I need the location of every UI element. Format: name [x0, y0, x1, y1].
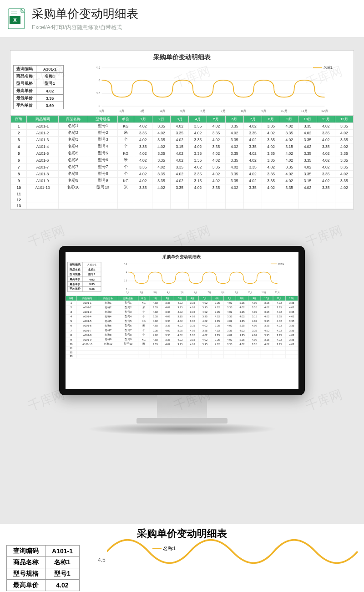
info-value: 3.69 — [36, 102, 64, 109]
chart-legend: 名称1 — [313, 65, 333, 70]
table-header: 4月 — [187, 296, 199, 301]
info-row: 最高单价4.02 — [7, 580, 80, 591]
table-row: 3A101-3名称3型号3个4.023.354.023.354.023.354.… — [66, 310, 298, 314]
table-header: 5月 — [207, 116, 225, 123]
table-row: 6A101-6名称6型号6米4.023.354.023.354.023.354.… — [11, 157, 354, 164]
sheet-title: 采购单价变动明细表 — [10, 51, 354, 62]
info-label: 商品名称 — [7, 557, 46, 568]
price-data-table: 序号商品编码商品名称型号规格单位1月2月3月4月5月6月7月8月9月10月11月… — [66, 296, 298, 358]
info-label: 平均单价 — [67, 286, 83, 291]
info-value: 4.02 — [46, 580, 80, 591]
table-header: 序号 — [11, 116, 27, 123]
table-header: 9月 — [280, 116, 298, 123]
info-value: 型号1 — [46, 568, 80, 580]
table-row: 7A101-7名称7型号7个3.354.023.354.023.354.023.… — [66, 328, 298, 332]
table-header: 7月 — [243, 116, 262, 123]
svg-text:11月: 11月 — [262, 291, 266, 294]
svg-text:4.5: 4.5 — [124, 263, 127, 265]
svg-text:6月: 6月 — [194, 291, 198, 294]
table-header: 12月 — [285, 296, 298, 301]
info-row: 商品名称名称1 — [14, 73, 64, 80]
svg-text:8月: 8月 — [241, 109, 246, 112]
table-row: 12 — [11, 197, 354, 203]
svg-text:3: 3 — [99, 104, 101, 107]
svg-text:1月: 1月 — [126, 291, 130, 294]
svg-text:3月: 3月 — [140, 109, 145, 112]
info-value: 型号1 — [83, 272, 101, 277]
info-value: 4.02 — [36, 87, 64, 95]
table-row: 6A101-6名称6型号6米4.023.354.023.354.023.354.… — [66, 323, 298, 328]
spreadsheet-preview-crop: 采购单价变动明细表 查询编码A101-1商品名称名称1型号规格型号1最高单价4.… — [0, 524, 364, 592]
table-header: 6月 — [211, 296, 223, 301]
svg-text:9月: 9月 — [261, 109, 266, 112]
info-label: 查询编码 — [67, 262, 83, 267]
sheet-title: 采购单价变动明细表 — [66, 252, 298, 260]
table-header: 商品名称 — [58, 116, 88, 123]
table-row: 4A101-4名称4型号4个3.354.023.154.023.354.023.… — [11, 143, 354, 150]
info-row: 型号规格型号1 — [7, 568, 80, 580]
table-header: 11月 — [273, 296, 285, 301]
price-chart: 名称1 33.544.51月2月3月4月5月6月7月8月9月10月11月12月 — [104, 261, 296, 295]
table-header: 7月 — [223, 296, 236, 301]
info-value: 名称1 — [83, 267, 101, 272]
info-label: 最高单价 — [67, 277, 83, 282]
info-row: 最高单价4.02 — [67, 277, 101, 282]
svg-rect-4 — [11, 13, 17, 14]
table-row: 12 — [66, 350, 298, 354]
info-table: 查询编码A101-1商品名称名称1型号规格型号1最高单价4.02 — [6, 545, 80, 591]
info-row: 平均单价3.69 — [67, 286, 101, 291]
table-row: 13 — [11, 203, 354, 209]
info-row: 查询编码A101-1 — [67, 262, 101, 267]
info-value: 名称1 — [46, 557, 80, 568]
info-value: 4.02 — [83, 277, 101, 282]
table-header: 商品编码 — [27, 116, 58, 123]
info-label: 型号规格 — [7, 568, 46, 580]
table-row: 3A101-3名称3型号3个4.023.354.023.354.023.354.… — [11, 137, 354, 143]
table-header: 型号规格 — [88, 116, 117, 123]
price-chart: 名称1 33.544.51月2月3月4月5月6月7月8月9月10月11月12月 — [67, 63, 351, 113]
info-label: 最高单价 — [14, 87, 36, 95]
table-header: 3月 — [174, 296, 186, 301]
svg-text:3月: 3月 — [153, 291, 157, 294]
svg-rect-3 — [11, 11, 17, 12]
table-row: 1A101-1名称1型号1KG4.023.354.023.354.023.354… — [66, 301, 298, 305]
spreadsheet-preview: 采购单价变动明细表查询编码A101-1商品名称名称1型号规格型号1最高单价4.0… — [10, 50, 354, 209]
page-header: X 采购单价变动明细表 Excel/A4打印/内容随意修改/自带格式 — [0, 0, 364, 37]
svg-text:3.5: 3.5 — [96, 92, 101, 95]
info-row: 查询编码A101-1 — [7, 546, 80, 557]
svg-text:3: 3 — [126, 288, 127, 291]
svg-text:4: 4 — [126, 271, 127, 274]
table-row: 10A101-10名称10型号10米3.354.023.354.023.354.… — [66, 342, 298, 347]
table-header: 1月 — [134, 116, 152, 123]
table-header: 2月 — [152, 116, 170, 123]
info-row: 型号规格型号1 — [67, 272, 101, 277]
table-row: 11 — [66, 347, 298, 351]
table-header: 9月 — [248, 296, 261, 301]
table-header: 8月 — [236, 296, 248, 301]
info-value: A101-1 — [83, 262, 101, 267]
info-row: 最低单价3.35 — [14, 95, 64, 102]
info-label: 查询编码 — [14, 66, 36, 73]
table-header: 型号规格 — [118, 296, 138, 301]
info-row: 查询编码A101-1 — [14, 66, 64, 73]
table-header: 序号 — [66, 296, 76, 301]
table-row: 7A101-7名称7型号7个3.354.023.354.023.354.023.… — [11, 164, 354, 171]
table-header: 1月 — [149, 296, 162, 301]
info-value: A101-1 — [36, 66, 64, 73]
table-header: 单位 — [138, 296, 149, 301]
info-row: 平均单价3.69 — [14, 102, 64, 109]
svg-text:6月: 6月 — [201, 109, 206, 112]
svg-text:X: X — [13, 17, 17, 23]
table-row: 1A101-1名称1型号1KG4.023.354.023.354.023.354… — [11, 123, 354, 130]
svg-text:2月: 2月 — [140, 291, 143, 294]
spreadsheet-preview-small: 采购单价变动明细表查询编码A101-1商品名称名称1型号规格型号1最高单价4.0… — [66, 252, 298, 358]
table-row: 11 — [11, 191, 354, 197]
table-header: 2月 — [162, 296, 174, 301]
svg-text:10月: 10月 — [281, 109, 288, 112]
svg-text:7月: 7月 — [208, 291, 212, 294]
table-header: 商品编码 — [76, 296, 98, 301]
table-header: 10月 — [261, 296, 273, 301]
table-header: 商品名称 — [98, 296, 118, 301]
info-label: 查询编码 — [7, 546, 46, 557]
info-table: 查询编码A101-1商品名称名称1型号规格型号1最高单价4.02最低单价3.35… — [67, 262, 101, 291]
